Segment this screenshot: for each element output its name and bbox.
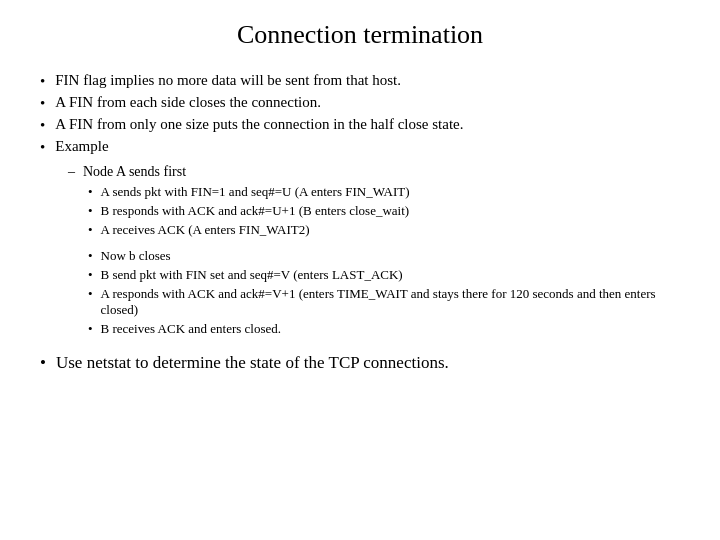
sub-bullet-icon: • bbox=[88, 248, 93, 264]
list-item: • A responds with ACK and ack#=V+1 (ente… bbox=[88, 286, 680, 318]
sub-bullet-text: Now b closes bbox=[101, 248, 171, 264]
sub-bullet-text: A receives ACK (A enters FIN_WAIT2) bbox=[101, 222, 310, 238]
sub-bullet-text: B responds with ACK and ack#=U+1 (B ente… bbox=[101, 203, 410, 219]
list-item: • FIN flag implies no more data will be … bbox=[40, 72, 680, 90]
list-item: • B receives ACK and enters closed. bbox=[88, 321, 680, 337]
sub-bullet-text: B receives ACK and enters closed. bbox=[101, 321, 282, 337]
list-item: • A FIN from each side closes the connec… bbox=[40, 94, 680, 112]
sub-bullet-icon: • bbox=[88, 222, 93, 238]
sub-bullet-icon: • bbox=[88, 267, 93, 283]
page-title: Connection termination bbox=[40, 20, 680, 50]
list-item: • Now b closes bbox=[88, 248, 680, 264]
list-item: • Example bbox=[40, 138, 680, 156]
sub-bullet-icon: • bbox=[88, 286, 93, 302]
bullet-icon: • bbox=[40, 139, 45, 156]
bottom-bullet-row: • Use netstat to determine the state of … bbox=[40, 353, 680, 373]
list-item: • A FIN from only one size puts the conn… bbox=[40, 116, 680, 134]
example-group2: • Now b closes • B send pkt with FIN set… bbox=[88, 248, 680, 337]
list-item: • A sends pkt with FIN=1 and seq#=U (A e… bbox=[88, 184, 680, 200]
main-bullet-list: • FIN flag implies no more data will be … bbox=[40, 72, 680, 156]
bullet-text: FIN flag implies no more data will be se… bbox=[55, 72, 401, 89]
example-sub-heading-row: – Node A sends first bbox=[68, 164, 680, 180]
bullet-text: A FIN from each side closes the connecti… bbox=[55, 94, 321, 111]
sub-bullet-text: A responds with ACK and ack#=V+1 (enters… bbox=[101, 286, 680, 318]
list-item: • B send pkt with FIN set and seq#=V (en… bbox=[88, 267, 680, 283]
sub-bullet-icon: • bbox=[88, 184, 93, 200]
example-group1: • A sends pkt with FIN=1 and seq#=U (A e… bbox=[88, 184, 680, 238]
bottom-bullet-text: Use netstat to determine the state of th… bbox=[56, 353, 449, 373]
bullet-text: Example bbox=[55, 138, 108, 155]
bullet-icon: • bbox=[40, 353, 46, 373]
example-section: – Node A sends first • A sends pkt with … bbox=[68, 164, 680, 337]
bullet-text: A FIN from only one size puts the connec… bbox=[55, 116, 463, 133]
sub-bullet-icon: • bbox=[88, 203, 93, 219]
example-sub-heading: Node A sends first bbox=[83, 164, 186, 180]
list-item: • B responds with ACK and ack#=U+1 (B en… bbox=[88, 203, 680, 219]
bullet-icon: • bbox=[40, 95, 45, 112]
sub-bullet-icon: • bbox=[88, 321, 93, 337]
dash-icon: – bbox=[68, 164, 75, 180]
bullet-icon: • bbox=[40, 73, 45, 90]
list-item: • A receives ACK (A enters FIN_WAIT2) bbox=[88, 222, 680, 238]
sub-bullet-text: A sends pkt with FIN=1 and seq#=U (A ent… bbox=[101, 184, 410, 200]
page: Connection termination • FIN flag implie… bbox=[0, 0, 720, 540]
sub-bullet-text: B send pkt with FIN set and seq#=V (ente… bbox=[101, 267, 403, 283]
bullet-icon: • bbox=[40, 117, 45, 134]
